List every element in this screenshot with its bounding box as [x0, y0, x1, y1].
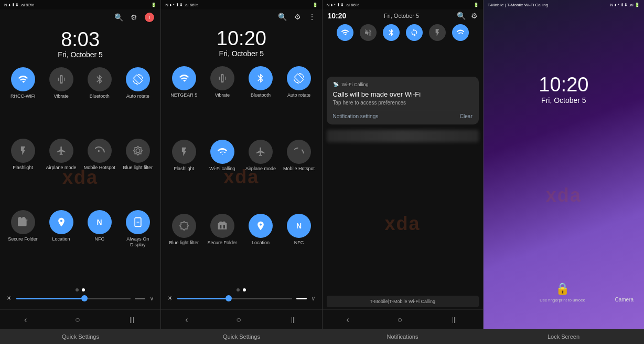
- notif-toggle-sync[interactable]: [406, 24, 423, 41]
- lock-camera-area[interactable]: Camera: [615, 297, 634, 303]
- tile-secure-label-1: Secure Folder: [8, 236, 38, 242]
- blurred-content-3: [327, 130, 479, 142]
- more-icon-2[interactable]: ⋮: [308, 13, 316, 21]
- tile-flashlight-label-2: Flashlight: [174, 166, 195, 172]
- tile-bluetooth-2[interactable]: Bluetooth: [243, 66, 278, 137]
- tile-aod-label-1: Always On Display: [120, 236, 155, 248]
- brightness-thumb-2: [226, 295, 232, 301]
- tile-hotspot-2[interactable]: Mobile Hotspot: [281, 140, 316, 210]
- status-left-3: N ♦ * ⬆⬇ .al 66%: [327, 3, 360, 7]
- tile-vibrate-icon-1: [49, 67, 73, 91]
- notif-toggle-wifi[interactable]: [337, 24, 353, 41]
- dot-1-2: [82, 288, 85, 291]
- tile-airplane-2[interactable]: Airplane mode: [243, 140, 278, 210]
- notif-toggle-sound[interactable]: [360, 24, 377, 41]
- tile-wificalling-2[interactable]: Wi-Fi calling: [205, 140, 240, 210]
- brightness-chevron-1[interactable]: ∨: [149, 295, 154, 302]
- tile-vibrate-2[interactable]: Vibrate: [205, 66, 240, 137]
- notif-quick-toggles: [323, 22, 483, 43]
- nav-back-1[interactable]: ‹: [19, 314, 32, 326]
- notif-settings-icon[interactable]: ⚙: [471, 12, 478, 20]
- qs-header-2: 🔍 ⚙ ⋮: [161, 9, 321, 24]
- lock-fp-hint: Use fingerprint to unlock: [540, 298, 585, 303]
- search-icon-1[interactable]: 🔍: [114, 13, 123, 22]
- panel-notifications: N ♦ * ⬆⬇ .al 66% 🔋 10:20 Fri, October 5 …: [323, 0, 484, 329]
- nav-recent-1[interactable]: ⫼: [123, 314, 142, 326]
- status-bar-4: T-Mobile | T-Mobile Wi-Fi Calling N ♦ * …: [484, 0, 644, 9]
- nav-recent-2[interactable]: ⫼: [284, 314, 303, 326]
- nav-back-2[interactable]: ‹: [180, 314, 193, 326]
- tile-vibrate-label-2: Vibrate: [215, 92, 230, 98]
- brightness-chevron-2[interactable]: ∨: [311, 295, 316, 302]
- tile-wifi-2[interactable]: NETGEAR 5: [166, 66, 201, 137]
- status-bar-2: N ♦ * ⬆⬇ .al 66% 🔋: [161, 0, 321, 9]
- tile-bluelight-icon-1: [126, 139, 150, 163]
- brightness-fill-1: [16, 298, 85, 299]
- tile-flashlight-2[interactable]: Flashlight: [166, 140, 201, 210]
- tile-secure-2[interactable]: Secure Folder: [205, 214, 240, 284]
- tile-flashlight-1[interactable]: Flashlight: [5, 139, 40, 207]
- tile-location-2[interactable]: Location: [243, 214, 278, 284]
- brightness-track-1[interactable]: [16, 298, 131, 299]
- notif-toggle-bluetooth[interactable]: [383, 24, 400, 41]
- tile-hotspot-label-2: Mobile Hotspot: [283, 166, 315, 172]
- tile-secure-1[interactable]: Secure Folder: [5, 210, 40, 284]
- tile-nfc-2[interactable]: N NFC: [281, 214, 316, 284]
- notif-header-icons: 🔍 ⚙: [457, 12, 478, 20]
- notif-search-icon[interactable]: 🔍: [457, 12, 466, 20]
- dot-2-2: [243, 288, 246, 291]
- brightness-track-2[interactable]: [177, 298, 292, 299]
- settings-icon-1[interactable]: ⚙: [131, 13, 137, 22]
- brightness-row-1: ☀ ∨: [0, 293, 160, 304]
- tile-bluetooth-1[interactable]: Bluetooth: [82, 67, 117, 135]
- status-icons-1: 🔋: [151, 3, 156, 7]
- tile-bluelight-1[interactable]: Blue light filter: [120, 139, 155, 207]
- settings-icon-2[interactable]: ⚙: [294, 13, 301, 21]
- tile-wifi-1[interactable]: RHCC-WiFi: [5, 67, 40, 135]
- tile-autorotate-1[interactable]: Auto rotate: [120, 67, 155, 135]
- tile-bluetooth-label-1: Bluetooth: [90, 93, 110, 99]
- tile-wifi-icon-1: [11, 67, 35, 91]
- nav-back-3[interactable]: ‹: [341, 314, 354, 326]
- notif-toggle-wificall[interactable]: [452, 24, 469, 41]
- status-left-2: N ♦ * ⬆⬇ .al 66%: [165, 3, 198, 7]
- tile-autorotate-2[interactable]: Auto rotate: [281, 66, 316, 137]
- media-vol-2: [296, 298, 307, 299]
- notif-toggle-flashlight[interactable]: [429, 24, 446, 41]
- tile-bluetooth-label-2: Bluetooth: [251, 92, 271, 98]
- tile-vibrate-1[interactable]: Vibrate: [44, 67, 79, 135]
- tile-vibrate-icon-2: [210, 66, 234, 90]
- nav-bar-2: ‹ ○ ⫼: [161, 309, 321, 329]
- notif-top-bar: 10:20 Fri, October 5 🔍 ⚙: [323, 9, 483, 22]
- tile-bluetooth-icon-1: [88, 67, 112, 91]
- tile-bluetooth-icon-2: [249, 66, 273, 90]
- notif-action-clear[interactable]: Clear: [460, 113, 473, 119]
- tile-secure-icon-2: [210, 214, 234, 238]
- tile-bluelight-2[interactable]: Blue light filter: [166, 214, 201, 284]
- tile-autorotate-icon-2: [287, 66, 311, 90]
- tile-secure-label-2: Secure Folder: [208, 240, 238, 246]
- tile-flashlight-label-1: Flashlight: [13, 165, 33, 171]
- search-icon-2[interactable]: 🔍: [278, 13, 287, 21]
- brightness-icon-2: ☀: [167, 295, 173, 302]
- lock-fingerprint-area[interactable]: 🔒 Use fingerprint to unlock: [540, 282, 585, 303]
- tile-hotspot-label-1: Mobile Hotspot: [84, 165, 115, 171]
- nav-home-3[interactable]: ○: [392, 314, 407, 326]
- tile-airplane-1[interactable]: Airplane mode: [44, 139, 79, 207]
- notification-icon-1[interactable]: !: [145, 13, 154, 22]
- tile-bluelight-label-2: Blue light filter: [169, 240, 199, 246]
- tile-aod-1[interactable]: Always On Display: [120, 210, 155, 284]
- nav-home-2[interactable]: ○: [231, 314, 246, 326]
- nav-bar-1: ‹ ○ ⫼: [0, 309, 160, 329]
- notif-action-settings[interactable]: Notification settings: [333, 113, 379, 119]
- tile-hotspot-1[interactable]: Mobile Hotspot: [82, 139, 117, 207]
- tile-wificalling-label-2: Wi-Fi calling: [209, 166, 235, 172]
- tile-nfc-1[interactable]: N NFC: [82, 210, 117, 284]
- notif-subtitle: Tap here to access preferences: [333, 100, 473, 106]
- nav-recent-3[interactable]: ⫼: [445, 314, 464, 326]
- tile-location-1[interactable]: Location: [44, 210, 79, 284]
- nav-home-1[interactable]: ○: [70, 314, 85, 326]
- tile-secure-icon-1: [11, 210, 35, 234]
- status-icons-4: N ♦ * ⬆⬇ .al 🔋: [610, 3, 640, 7]
- tile-airplane-icon-2: [249, 140, 273, 164]
